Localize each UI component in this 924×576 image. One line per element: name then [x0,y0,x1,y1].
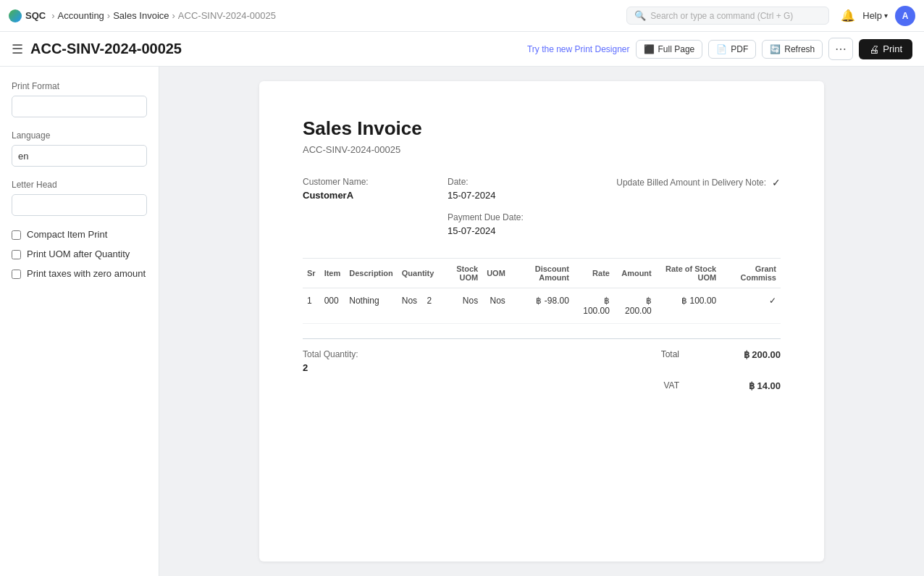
refresh-label: Refresh [784,44,815,54]
invoice-info: Customer Name: CustomerA Date: 15-07-202… [303,177,781,236]
search-placeholder: Search or type a command (Ctrl + G) [650,11,793,21]
col-discount-amount: Discount Amount [510,259,574,288]
col-amount: Amount [614,259,656,288]
update-billed-col: Update Billed Amount in Delivery Note: ✓ [616,177,781,236]
app-logo[interactable]: SQC [9,9,46,22]
letter-head-input[interactable] [12,194,147,216]
col-quantity: Quantity [398,259,439,288]
full-page-icon: ⬛ [644,44,655,54]
print-taxes-checkbox[interactable] [12,270,21,279]
vat-label: VAT [663,380,679,391]
total-line: Total ฿ 200.00 [661,349,781,360]
print-format-label: Print Format [12,81,147,91]
pdf-button[interactable]: 📄 PDF [708,40,756,59]
nav-right: 🔔 Help ▾ A [841,6,915,26]
full-page-label: Full Page [658,44,695,54]
date-label: Date: [448,177,563,187]
date-col: Date: 15-07-2024 Payment Due Date: 15-07… [448,177,563,236]
language-input[interactable] [12,145,147,167]
payment-due-date-value: 15-07-2024 [448,225,563,236]
chevron-down-icon: ▾ [884,12,888,20]
cell-rate: ฿ 100.00 [574,288,614,324]
toolbar-actions: Try the new Print Designer ⬛ Full Page 📄… [527,38,912,60]
cell-uom: Nos [482,288,510,324]
logo-dot [9,9,22,22]
payment-due-date-label: Payment Due Date: [448,212,563,222]
cell-description: Nothing [345,288,398,324]
col-sr: Sr [303,259,320,288]
col-uom: UOM [482,259,510,288]
top-nav: SQC › Accounting › Sales Invoice › ACC-S… [0,0,924,32]
full-page-button[interactable]: ⬛ Full Page [636,40,703,59]
cell-sr: 1 [303,288,320,324]
customer-name-value: CustomerA [303,190,419,201]
print-label: Print [883,43,902,54]
refresh-button[interactable]: 🔄 Refresh [762,40,823,59]
invoice-table: Sr Item Description Quantity Stock UOM U… [303,258,781,324]
cell-amount: ฿ 200.00 [614,288,656,324]
notification-bell-icon[interactable]: 🔔 [841,9,855,22]
avatar[interactable]: A [895,6,915,26]
main-layout: Print Format Language Letter Head Compac… [0,67,924,576]
update-billed-row: Update Billed Amount in Delivery Note: ✓ [616,177,781,188]
pdf-icon: 📄 [716,44,727,54]
pdf-label: PDF [731,44,748,54]
print-taxes-label: Print taxes with zero amount [27,268,146,279]
try-new-print-designer-link[interactable]: Try the new Print Designer [527,44,630,54]
compact-item-print-item[interactable]: Compact Item Print [12,229,147,240]
breadcrumb: › Accounting › Sales Invoice › ACC-SINV-… [51,10,276,21]
refresh-icon: 🔄 [770,44,781,54]
page-title: ACC-SINV-2024-00025 [30,41,520,57]
col-rate-stock-uom: Rate of Stock UOM [656,259,721,288]
print-taxes-item[interactable]: Print taxes with zero amount [12,268,147,279]
vat-line: VAT ฿ 14.00 [663,380,781,391]
totals-row: Total Quantity: 2 Total ฿ 200.00 [303,349,781,373]
letter-head-label: Letter Head [12,180,147,190]
print-button[interactable]: 🖨 Print [859,39,912,59]
help-button[interactable]: Help ▾ [862,10,888,21]
total-label: Total [661,349,679,360]
search-icon: 🔍 [634,10,646,21]
breadcrumb-accounting[interactable]: Accounting [58,10,104,21]
col-item: Item [320,259,345,288]
compact-item-print-checkbox[interactable] [12,230,21,240]
customer-name-label: Customer Name: [303,177,419,187]
print-uom-item[interactable]: Print UOM after Quantity [12,249,147,259]
col-description: Description [345,259,398,288]
compact-item-print-label: Compact Item Print [27,229,107,240]
update-billed-label: Update Billed Amount in Delivery Note: [616,178,766,188]
date-value: 15-07-2024 [448,190,563,201]
printer-icon: 🖨 [869,43,879,55]
total-quantity-value: 2 [303,362,358,373]
cell-quantity: Nos 2 [398,288,439,324]
col-stock-uom: Stock UOM [438,259,482,288]
print-format-group: Print Format [12,81,147,117]
invoice-title: Sales Invoice [303,117,781,140]
breadcrumb-sep3: › [172,10,175,21]
breadcrumb-sales-invoice[interactable]: Sales Invoice [113,10,169,21]
table-row: 1 000 Nothing Nos 2 Nos Nos ฿ -98.00 ฿ 1… [303,288,781,324]
search-bar[interactable]: 🔍 Search or type a command (Ctrl + G) [626,7,829,25]
total-value: ฿ 200.00 [723,349,781,360]
more-options-button[interactable]: ⋯ [828,38,853,60]
language-group: Language [12,130,147,167]
table-header-row: Sr Item Description Quantity Stock UOM U… [303,259,781,288]
customer-col: Customer Name: CustomerA [303,177,419,236]
logo-text: SQC [25,10,46,21]
letter-head-group: Letter Head [12,180,147,216]
vat-value: ฿ 14.00 [723,380,781,391]
language-label: Language [12,130,147,141]
cell-discount-amount: ฿ -98.00 [510,288,574,324]
breadcrumb-doc-id: ACC-SINV-2024-00025 [178,10,276,21]
hamburger-menu-button[interactable]: ☰ [12,41,23,57]
help-label: Help [862,10,882,21]
more-icon: ⋯ [835,43,847,55]
content-area: Sales Invoice ACC-SINV-2024-00025 Custom… [159,67,924,576]
cell-rate-stock-uom: ฿ 100.00 [656,288,721,324]
print-format-input[interactable] [12,96,147,117]
print-uom-checkbox[interactable] [12,250,21,259]
sidebar: Print Format Language Letter Head Compac… [0,67,159,576]
col-grant-commiss: Grant Commiss [721,259,781,288]
print-uom-label: Print UOM after Quantity [27,249,130,259]
invoice-id: ACC-SINV-2024-00025 [303,144,781,155]
